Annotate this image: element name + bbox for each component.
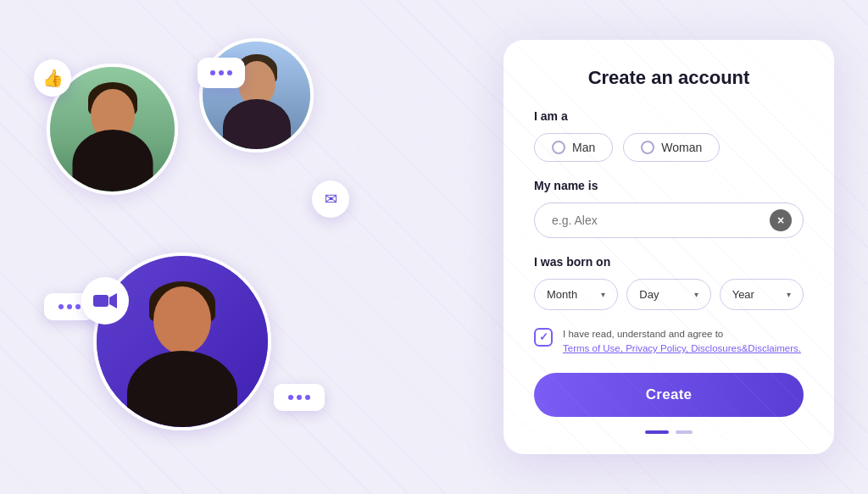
- month-chevron-icon: ▾: [601, 290, 605, 299]
- clear-icon: ×: [777, 214, 784, 227]
- svg-rect-0: [93, 295, 108, 307]
- gender-woman-option[interactable]: Woman: [623, 133, 720, 162]
- form-title: Create an account: [534, 67, 804, 89]
- email-emoji: ✉: [325, 190, 337, 208]
- avatar-circle-3: [93, 253, 271, 430]
- terms-checkbox[interactable]: ✓: [534, 328, 553, 347]
- dot-5: [67, 304, 72, 309]
- dob-year-label: Year: [732, 288, 754, 301]
- chat-dots-1: [210, 70, 232, 75]
- name-label: My name is: [534, 179, 804, 192]
- gender-man-label: Man: [572, 141, 595, 154]
- chat-dots-3: [288, 395, 310, 400]
- create-account-card: Create an account I am a Man Woman My na…: [504, 40, 834, 455]
- gender-label: I am a: [534, 109, 804, 123]
- dob-month-select[interactable]: Month ▾: [534, 279, 618, 310]
- person-1-body: [72, 130, 153, 191]
- thumbs-up-icon: 👍: [34, 59, 71, 97]
- dot-1: [210, 70, 215, 75]
- name-input-wrapper: ×: [534, 203, 804, 238]
- dob-group: Month ▾ Day ▾ Year ▾: [534, 279, 804, 310]
- dob-day-label: Day: [639, 288, 659, 301]
- terms-row: ✓ I have read, understand and agree to T…: [534, 327, 804, 357]
- terms-links[interactable]: Terms of Use, Privacy Policy, Disclosure…: [563, 343, 801, 353]
- person-3-head: [153, 286, 211, 354]
- dot-4: [58, 304, 64, 309]
- person-3-image: [97, 256, 268, 427]
- dot-3: [227, 70, 232, 75]
- page-indicators: [534, 430, 804, 434]
- gender-man-radio[interactable]: [552, 141, 565, 154]
- email-icon: ✉: [312, 180, 349, 218]
- dob-label: I was born on: [534, 255, 804, 269]
- chat-bubble-3: [274, 384, 325, 411]
- chat-dots-2: [58, 304, 81, 309]
- terms-intro: I have read, understand and agree to: [563, 329, 723, 339]
- dot-2: [219, 70, 224, 75]
- year-chevron-icon: ▾: [787, 290, 791, 299]
- gender-woman-radio[interactable]: [641, 141, 654, 154]
- create-button[interactable]: Create: [534, 373, 804, 417]
- dot-9: [305, 395, 310, 400]
- dob-day-select[interactable]: Day ▾: [626, 279, 710, 310]
- dot-6: [75, 304, 81, 309]
- dot-7: [288, 395, 293, 400]
- video-svg: [93, 291, 117, 310]
- indicator-1: [645, 430, 669, 434]
- dob-month-label: Month: [547, 288, 577, 301]
- indicator-2: [676, 430, 693, 434]
- svg-marker-1: [109, 293, 117, 308]
- gender-woman-label: Woman: [661, 141, 702, 154]
- person-3-body: [127, 351, 237, 427]
- video-camera-icon: [81, 277, 129, 325]
- chat-bubble-1: [198, 58, 245, 88]
- create-button-label: Create: [646, 386, 693, 402]
- terms-text: I have read, understand and agree to Ter…: [563, 327, 801, 357]
- name-input[interactable]: [534, 203, 804, 238]
- person-2-body: [223, 99, 291, 149]
- dob-year-select[interactable]: Year ▾: [720, 279, 804, 310]
- gender-group: Man Woman: [534, 133, 804, 162]
- day-chevron-icon: ▾: [694, 290, 698, 299]
- check-icon: ✓: [539, 330, 548, 343]
- name-clear-button[interactable]: ×: [770, 209, 792, 231]
- thumbs-up-emoji: 👍: [42, 68, 64, 88]
- dot-8: [297, 395, 302, 400]
- avatar-circle-2: [199, 38, 314, 153]
- page-wrapper: 👍 ✉: [0, 0, 868, 494]
- gender-man-option[interactable]: Man: [534, 133, 613, 162]
- left-panel: 👍 ✉: [34, 17, 504, 477]
